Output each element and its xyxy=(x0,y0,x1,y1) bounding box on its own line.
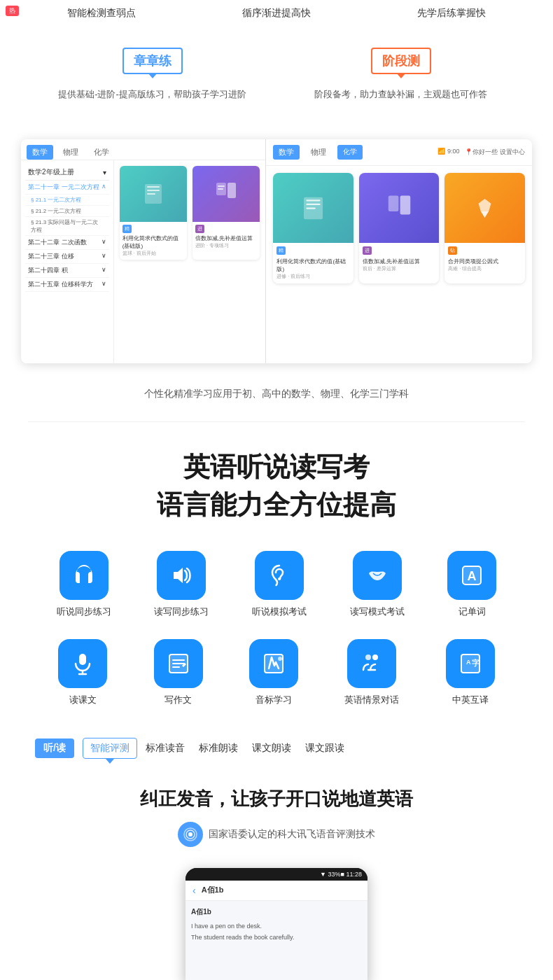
english-title-line1: 英语听说读写考 xyxy=(14,450,539,484)
ear-icon xyxy=(266,562,293,589)
chapter-tags-row: 章章练 阶段测 xyxy=(28,48,525,74)
svg-rect-11 xyxy=(307,207,316,209)
svg-point-36 xyxy=(188,832,192,836)
sidebar-sub-212[interactable]: § 21.2 一元二次方程 xyxy=(25,206,109,217)
sidebar-sub-211[interactable]: § 21.1 一元二次方程 xyxy=(25,195,109,206)
right-header-info: 📶 9:00 📍你好一些 设置中心 xyxy=(438,148,525,157)
sidebar-chapter-25[interactable]: 第二十五章 位移科学方∨ xyxy=(25,278,109,292)
icon-item-reading: 读写同步练习 xyxy=(154,551,209,618)
svg-text:A: A xyxy=(468,569,477,583)
svg-rect-1 xyxy=(147,186,160,188)
icon-label-reading-mock: 读写模式考试 xyxy=(350,606,405,618)
right-card-tag-1: 精 xyxy=(276,246,286,255)
stage-test-label: 阶段测 xyxy=(382,52,420,69)
right-tabs: 数学 物理 化学 xyxy=(273,145,363,160)
icon-row-2: 读课文 写作文 xyxy=(14,632,539,713)
left-card-2-image xyxy=(192,166,260,222)
right-card-tag-2: 进 xyxy=(363,246,372,255)
icon-box-volume[interactable] xyxy=(157,551,206,600)
icon-label-listening: 听说同步练习 xyxy=(57,606,111,618)
card-title-2: 倍数加减,先补差值运算 xyxy=(195,234,257,242)
correction-badge: 国家语委认定的科大讯飞语音评测技术 xyxy=(178,822,375,847)
right-card-3-meta: 钻 合并同类项提公因式 高难 · 综合提高 xyxy=(444,243,525,276)
icon-item-translate: A 字 中英互译 xyxy=(446,639,495,706)
icon-box-mic[interactable] xyxy=(58,639,107,688)
left-tab-math[interactable]: 数学 xyxy=(27,145,53,160)
phonetic-icon xyxy=(260,650,287,677)
book-icon-1 xyxy=(139,180,167,208)
listen-item-2: 标准朗读 xyxy=(199,742,238,755)
icon-item-write: 写作文 xyxy=(154,639,203,706)
mic-icon xyxy=(69,650,96,677)
svg-rect-2 xyxy=(147,190,160,191)
icon-box-dialogue[interactable] xyxy=(347,639,396,688)
feature-label-1: 智能检测查弱点 xyxy=(67,7,136,18)
svg-rect-10 xyxy=(307,203,321,204)
listen-tag[interactable]: 听/读 xyxy=(35,738,74,758)
right-card-1[interactable]: 精 利用化简求代数式的值(基础版) 进修 · 前后练习 xyxy=(273,173,354,284)
sidebar-chapter-22[interactable]: 第二十二章 二次函数∨ xyxy=(25,236,109,250)
phone-nav: ‹ A佰1b xyxy=(186,881,368,901)
svg-marker-16 xyxy=(174,568,183,583)
right-tab-math[interactable]: 数学 xyxy=(273,145,300,160)
svg-point-30 xyxy=(372,654,378,660)
left-tab-physics[interactable]: 物理 xyxy=(57,145,84,160)
icon-box-word[interactable]: A xyxy=(447,551,496,600)
icon-box-lips[interactable] xyxy=(353,551,402,600)
sidebar-chapter-21[interactable]: 第二十一章 一元二次方程∧ xyxy=(25,181,109,195)
right-card-sub-2: 前后 · 差异运算 xyxy=(363,265,436,272)
icon-box-phonetic[interactable] xyxy=(249,639,298,688)
word-a-icon: A xyxy=(458,562,485,589)
svg-rect-7 xyxy=(218,188,223,190)
chapter-sidebar: 数学2年级上册 ▾ 第二十一章 一元二次方程∧ § 21.1 一元二次方程 § … xyxy=(21,160,114,363)
stage-test-tag: 阶段测 xyxy=(371,48,431,74)
icon-box-headphone[interactable] xyxy=(59,551,108,600)
right-card-1-meta: 精 利用化简求代数式的值(基础版) 进修 · 前后练习 xyxy=(273,243,354,284)
icon-box-write[interactable] xyxy=(154,639,203,688)
icon-label-write: 写作文 xyxy=(164,694,192,706)
icon-label-translate: 中英互译 xyxy=(452,694,489,706)
left-card-1-meta: 精 利用化简求代数式的值(基础版) 篮球 · 前后开始 xyxy=(120,222,187,260)
sidebar-chapter-24[interactable]: 第二十四章 积∨ xyxy=(25,264,109,278)
right-tab-physics[interactable]: 物理 xyxy=(305,145,332,160)
speech-wave-icon xyxy=(183,827,198,842)
right-card-2-meta: 进 倍数加减,先补差值运算 前后 · 差异运算 xyxy=(359,243,440,276)
sidebar-sub-213[interactable]: § 21.3 实际问题与一元二次方程 xyxy=(25,217,109,236)
feature-label-3: 先学后练掌握快 xyxy=(417,7,486,18)
svg-rect-9 xyxy=(307,200,321,201)
app-preview-container: 数学 物理 化学 数学2年级上册 ▾ 第二十一章 一元二次方程∧ § 21.1 … xyxy=(21,139,532,363)
svg-marker-15 xyxy=(481,211,489,218)
right-tab-chemistry[interactable]: 化学 xyxy=(337,145,363,160)
correction-title: 纠正发音，让孩子开口说地道英语 xyxy=(28,787,525,811)
svg-rect-13 xyxy=(400,195,410,214)
right-card-img-2 xyxy=(359,173,440,243)
svg-marker-14 xyxy=(479,199,491,211)
left-card-1[interactable]: 精 利用化简求代数式的值(基础版) 篮球 · 前后开始 xyxy=(120,166,187,260)
sidebar-chapter-23[interactable]: 第二十三章 位移∨ xyxy=(25,250,109,264)
chapter-desc-1: 提供基础-进阶-提高版练习，帮助孩子学习进阶 xyxy=(41,88,265,101)
icon-label-vocab: 记单词 xyxy=(458,606,486,618)
listen-bar: 听/读 智能评测 标准读音 标准朗读 课文朗读 课文跟读 xyxy=(14,727,539,769)
chapter-desc-row: 提供基础-进阶-提高版练习，帮助孩子学习进阶 阶段备考，助力查缺补漏，主观题也可… xyxy=(28,88,525,101)
right-gem-icon xyxy=(469,192,500,224)
icon-box-translate[interactable]: A 字 xyxy=(446,639,495,688)
left-tabs: 数学 物理 化学 xyxy=(21,139,265,160)
left-tab-chemistry[interactable]: 化学 xyxy=(88,145,115,160)
listen-item-1: 标准读音 xyxy=(146,742,185,755)
svg-point-28 xyxy=(278,657,282,661)
svg-text:字: 字 xyxy=(472,659,479,667)
svg-point-17 xyxy=(278,578,281,580)
eval-tag[interactable]: 智能评测 xyxy=(83,738,137,759)
right-card-3[interactable]: 钻 合并同类项提公因式 高难 · 综合提高 xyxy=(444,173,525,284)
phone-status-bar: ▼ 33%■ 11:28 xyxy=(186,868,368,881)
right-card-title-3: 合并同类项提公因式 xyxy=(448,258,522,265)
icon-box-ear[interactable] xyxy=(255,551,304,600)
right-card-img-3 xyxy=(444,173,525,243)
phone-content: A佰1b I have a pen on the desk. The stude… xyxy=(186,901,368,948)
right-card-title-2: 倍数加减,先补差值运算 xyxy=(363,258,436,265)
grade-arrow: ▾ xyxy=(103,169,106,176)
write-icon xyxy=(165,650,192,677)
right-card-2[interactable]: 进 倍数加减,先补差值运算 前后 · 差异运算 xyxy=(359,173,440,284)
phone-back-button[interactable]: ‹ xyxy=(192,885,196,896)
left-card-2[interactable]: 进 倍数加减,先补差值运算 进阶 · 专项练习 xyxy=(192,166,260,260)
